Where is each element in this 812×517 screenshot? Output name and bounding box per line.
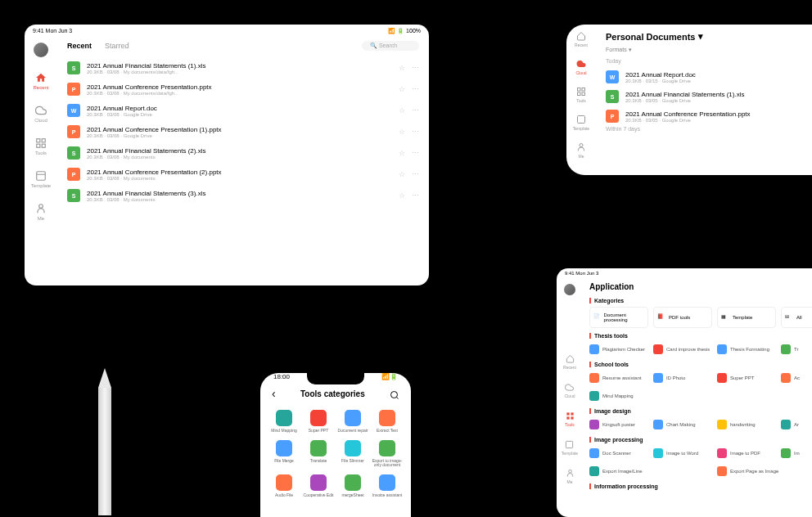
file-row[interactable]: P 2021 Annual Conference Presentation (2… — [67, 164, 419, 185]
category-item[interactable]: ▦ Template — [717, 307, 776, 328]
tool-item[interactable]: Super PPT — [303, 410, 334, 434]
tool-item[interactable]: Image to Word — [653, 446, 712, 461]
star-icon[interactable]: ☆ — [399, 191, 405, 200]
sidebar-item-template[interactable]: Template — [562, 440, 578, 456]
sidebar-item-me[interactable]: Me — [576, 142, 586, 159]
tool-item[interactable]: Cooperative Edit — [303, 474, 334, 498]
back-button[interactable]: ‹ — [272, 387, 276, 400]
sidebar-item-cloud[interactable]: Cloud — [34, 105, 47, 123]
sidebar-item-me[interactable]: Me — [566, 469, 575, 484]
category-item[interactable]: 📄 Document processing — [589, 307, 648, 328]
tool-item[interactable]: File Merge — [268, 440, 300, 468]
tool-item[interactable]: Thesis Formatting — [717, 342, 776, 357]
tool-item[interactable]: Document repair — [337, 410, 368, 434]
sidebar-item-cloud[interactable]: Cloud — [575, 59, 586, 75]
sidebar-item-recent[interactable]: Recent — [33, 72, 48, 90]
file-row[interactable]: P 2021 Annual Conference Presentation (1… — [67, 121, 419, 142]
tool-item[interactable]: Plagiarism Checker — [589, 342, 648, 357]
section-school: School tools — [589, 362, 812, 367]
sidebar-item-template[interactable]: Template — [573, 115, 589, 131]
avatar[interactable] — [34, 43, 48, 57]
file-row[interactable]: S 2021 Annual Financial Statements (1).x… — [606, 87, 812, 106]
tool-item[interactable]: Invoice assistant — [372, 474, 403, 498]
sidebar: Recent Cloud Tools Template Me — [25, 38, 57, 285]
tool-item[interactable]: Mind Mapping — [268, 410, 300, 434]
tool-label: Export to image-only document — [372, 459, 403, 468]
tool-item[interactable]: Export Image/Line — [589, 464, 712, 479]
more-icon[interactable]: ⋯ — [412, 64, 419, 72]
tool-label: Image to Word — [666, 451, 698, 456]
tool-item[interactable]: ID Photo — [653, 371, 712, 385]
star-icon[interactable]: ☆ — [399, 85, 405, 93]
star-icon[interactable]: ☆ — [399, 149, 405, 157]
tool-item[interactable]: Export to image-only document — [372, 440, 403, 468]
tab-recent[interactable]: Recent — [67, 42, 92, 50]
tool-label: Doc Scanner — [602, 451, 631, 456]
file-meta: 20.3KB · 03/08 · My documents — [87, 155, 392, 160]
grid-icon — [35, 137, 47, 149]
search-icon[interactable] — [390, 389, 399, 398]
grid-icon — [576, 87, 586, 97]
tool-item[interactable]: Im — [781, 446, 812, 461]
search-input[interactable]: 🔍 Search — [362, 41, 419, 51]
tool-item[interactable]: Kingsoft poster — [589, 417, 648, 432]
tool-item[interactable]: Chart Making — [653, 417, 712, 432]
tool-item[interactable]: mergeSheet — [337, 474, 368, 498]
file-row[interactable]: W 2021 Annual Report.doc 20.3KB · 03/08 … — [67, 100, 419, 121]
tool-item[interactable]: Extract Text — [372, 410, 403, 434]
status-time: 9:41 Mon Jun 3 — [565, 271, 598, 276]
category-item[interactable]: 📕 PDF tools — [653, 307, 712, 328]
tool-mind-mapping[interactable]: Mind Mapping — [589, 389, 812, 403]
tool-item[interactable]: Tr — [781, 342, 812, 357]
user-icon — [566, 469, 575, 478]
more-icon[interactable]: ⋯ — [412, 128, 419, 136]
more-icon[interactable]: ⋯ — [412, 170, 419, 178]
category-item[interactable]: ⊞ All — [781, 307, 812, 328]
tool-item[interactable]: Card improve thesis — [653, 342, 712, 357]
tool-item[interactable]: handwriting — [717, 417, 776, 432]
more-icon[interactable]: ⋯ — [412, 149, 419, 157]
file-row[interactable]: P 2021 Annual Conference Presentation.pp… — [606, 106, 812, 126]
tool-item[interactable]: Ar — [781, 417, 812, 432]
tool-item[interactable]: Image to PDF — [717, 446, 776, 461]
sidebar-item-template[interactable]: Template — [31, 170, 51, 188]
tool-item[interactable]: Super PPT — [717, 371, 776, 385]
avatar[interactable] — [564, 284, 575, 295]
sidebar-item-tools[interactable]: Tools — [35, 137, 47, 155]
star-icon[interactable]: ☆ — [399, 170, 405, 178]
tool-item[interactable]: Audio File — [268, 474, 300, 498]
sidebar-item-recent[interactable]: Recent — [575, 31, 588, 47]
nav-label: Recent — [575, 43, 588, 47]
folder-dropdown[interactable]: Personal Documents ▾ — [606, 31, 812, 42]
sidebar-item-cloud[interactable]: Cloud — [564, 383, 575, 398]
more-icon[interactable]: ⋯ — [412, 106, 419, 115]
sidebar-item-tools[interactable]: Tools — [576, 87, 586, 103]
svg-rect-2 — [37, 144, 40, 147]
file-row[interactable]: S 2021 Annual Financial Statements (3).x… — [67, 185, 419, 206]
tool-item[interactable]: File Slimmer — [337, 440, 368, 468]
more-icon[interactable]: ⋯ — [412, 191, 419, 200]
file-row[interactable]: S 2021 Annual Financial Statements (1).x… — [67, 57, 419, 79]
file-row[interactable]: W 2021 Annual Report.doc 20.3KB · 03/15 … — [606, 67, 812, 87]
more-icon[interactable]: ⋯ — [412, 85, 419, 93]
tool-label: Translate — [310, 459, 327, 464]
tab-starred[interactable]: Starred — [105, 42, 129, 50]
tool-icon — [717, 420, 727, 429]
tool-item[interactable]: Export Page as Image — [717, 464, 812, 479]
nav-label: Tools — [35, 151, 47, 155]
sidebar-item-me[interactable]: Me — [35, 203, 47, 221]
star-icon[interactable]: ☆ — [399, 128, 405, 136]
file-row[interactable]: P 2021 Annual Conference Presentation.pp… — [67, 79, 419, 100]
star-icon[interactable]: ☆ — [399, 106, 405, 115]
sidebar-item-recent[interactable]: Recent — [563, 354, 576, 370]
tool-item[interactable]: Translate — [303, 440, 334, 468]
tool-item[interactable]: Doc Scanner — [589, 446, 648, 461]
star-icon[interactable]: ☆ — [399, 64, 405, 72]
filter-dropdown[interactable]: Formats ▾ — [606, 47, 812, 53]
tool-item[interactable]: Ac — [781, 371, 812, 385]
sidebar-item-tools[interactable]: Tools — [565, 411, 575, 427]
home-icon — [35, 72, 47, 83]
tool-item[interactable]: Resume assistant — [589, 371, 648, 385]
user-icon — [576, 142, 586, 152]
file-row[interactable]: S 2021 Annual Financial Statements (2).x… — [67, 142, 419, 164]
